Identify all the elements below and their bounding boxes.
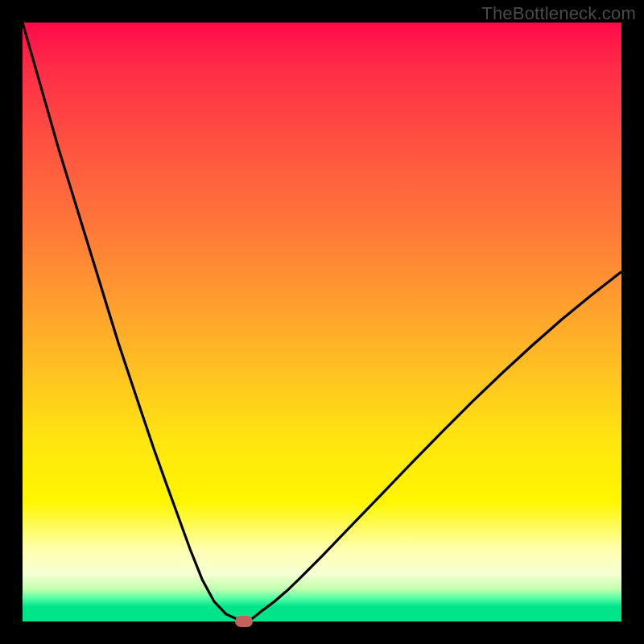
bottleneck-curve [23, 23, 621, 621]
watermark-text: TheBottleneck.com [481, 3, 636, 24]
chart-frame: TheBottleneck.com [0, 0, 644, 644]
optimum-marker [235, 616, 253, 627]
plot-area [23, 23, 621, 621]
